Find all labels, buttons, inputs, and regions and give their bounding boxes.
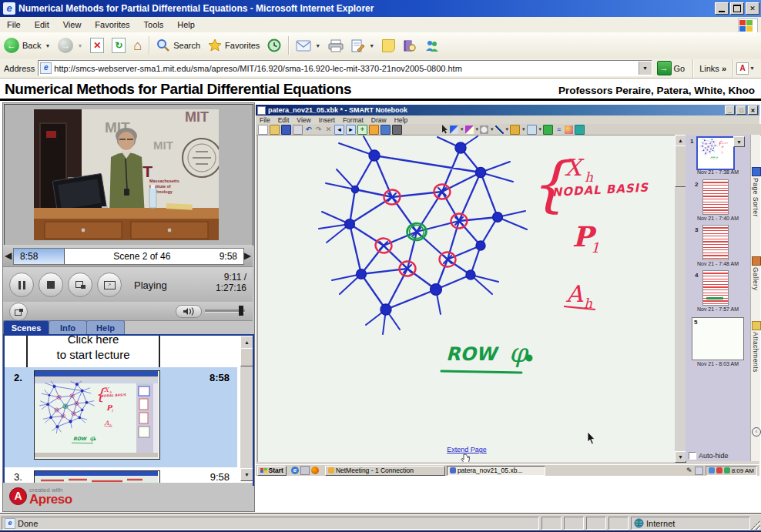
address-dropdown[interactable]: ▼ <box>639 62 652 75</box>
line-tool-icon[interactable] <box>495 125 504 134</box>
start-lecture-item[interactable]: Click here to start lecture <box>26 334 160 369</box>
menu-tools[interactable]: Tools <box>137 18 171 31</box>
video-frame[interactable]: MIT MIT MIT MIT Massachusetts Institute … <box>34 109 219 240</box>
research-button[interactable] <box>399 34 421 57</box>
nb-menu-file[interactable]: File <box>256 116 274 124</box>
tab-info[interactable]: Info <box>49 320 87 335</box>
eraser-tool-icon[interactable] <box>480 125 488 134</box>
resize-grip[interactable] <box>751 520 760 530</box>
favorites-button[interactable]: Favorites <box>204 34 263 57</box>
mute-button[interactable] <box>176 305 202 318</box>
notebook-maximize-button[interactable]: □ <box>736 105 746 115</box>
tray-msn-icon[interactable] <box>709 467 715 473</box>
auto-hide-checkbox[interactable] <box>689 452 696 460</box>
back-button[interactable]: ← Back▼ <box>0 34 54 57</box>
scene-list-scrollbar[interactable]: ▲ ▼ <box>240 336 253 481</box>
menu-help[interactable]: Help <box>170 18 202 31</box>
home-button[interactable]: ⌂ <box>129 34 146 57</box>
tab-attachments[interactable]: Attachments <box>752 332 759 373</box>
scene-scroll-thumb[interactable] <box>240 348 253 366</box>
properties-icon[interactable] <box>575 125 585 135</box>
nb-menu-help[interactable]: Help <box>391 116 411 124</box>
forward-button[interactable]: →▼ <box>54 34 86 57</box>
stop-button[interactable]: ✕ <box>86 34 108 57</box>
creative-pen-icon[interactable] <box>465 125 474 134</box>
slide-view-button[interactable]: ↗ <box>97 273 122 297</box>
task-smart-notebook[interactable]: patera_nov21_05.xb... <box>447 466 545 476</box>
capture-icon[interactable] <box>369 125 379 135</box>
previous-page-icon[interactable]: ◂ <box>334 125 344 135</box>
tray-volume-icon[interactable] <box>724 467 730 473</box>
quicklaunch-player-icon[interactable] <box>311 467 319 474</box>
notebook-close-button[interactable]: ✕ <box>748 105 758 115</box>
close-button[interactable]: ✕ <box>744 2 759 15</box>
tab-help[interactable]: Help <box>86 320 125 335</box>
scene-row-3[interactable]: 3. 9:58 <box>5 469 237 484</box>
extend-page-link[interactable]: Extend Page <box>447 446 487 453</box>
next-scene-button[interactable]: ▶ <box>244 250 251 261</box>
canvas-scroll-up[interactable]: ▲ <box>675 135 686 146</box>
previous-scene-button[interactable]: ◀ <box>5 250 12 261</box>
new-page-icon[interactable] <box>258 125 268 135</box>
scene-row-2[interactable]: 2. <box>5 367 237 467</box>
print-button[interactable] <box>324 34 347 57</box>
tab-scenes[interactable]: Scenes <box>3 320 49 335</box>
notebook-minimize-button[interactable]: _ <box>725 105 735 115</box>
next-page-icon[interactable]: ▸ <box>346 125 356 135</box>
auto-hide-control[interactable]: Auto-hide <box>689 452 729 460</box>
mail-button[interactable]: ▼ <box>292 34 324 57</box>
camera-icon[interactable] <box>392 125 402 135</box>
scene-scroll-up[interactable]: ▲ <box>240 336 253 349</box>
page1-thumbnail[interactable] <box>696 136 735 170</box>
nb-menu-edit[interactable]: Edit <box>274 116 293 124</box>
refresh-button[interactable]: ↻ <box>108 34 129 57</box>
menu-edit[interactable]: Edit <box>28 18 56 31</box>
open-icon[interactable] <box>270 125 280 135</box>
nb-menu-view[interactable]: View <box>293 116 314 124</box>
messenger-button[interactable] <box>421 34 444 57</box>
scene-scroll-down[interactable]: ▼ <box>240 468 253 481</box>
save-icon[interactable] <box>281 125 291 135</box>
quicklaunch-ie-icon[interactable]: e <box>291 467 299 474</box>
links-button[interactable]: Links » <box>696 64 729 73</box>
quicklaunch-desktop-icon[interactable] <box>300 466 310 475</box>
delete-icon[interactable]: ✕ <box>324 125 333 134</box>
tab-page-sorter[interactable]: Page Sorter <box>752 178 759 217</box>
order-icon[interactable]: ≡ <box>555 125 563 134</box>
canvas-scroll-down[interactable]: ▼ <box>675 451 686 463</box>
address-input[interactable]: e http://smcs-webserver-sma1.mit.edu/sma… <box>38 60 652 76</box>
tray-shield-icon[interactable] <box>716 467 722 473</box>
page4-thumbnail[interactable] <box>702 270 729 306</box>
minimize-button[interactable] <box>713 2 729 15</box>
page2-thumbnail[interactable] <box>702 179 729 215</box>
adobe-pdf-button[interactable]: A ▼ <box>736 62 761 75</box>
pen-tool-icon[interactable] <box>450 125 458 134</box>
stop-playback-button[interactable] <box>39 273 63 297</box>
start-button[interactable]: Start <box>257 466 287 476</box>
color-icon[interactable] <box>565 125 573 134</box>
menu-file[interactable]: File <box>0 18 28 31</box>
search-button[interactable]: Search <box>153 34 204 57</box>
select-tool-icon[interactable] <box>441 125 448 134</box>
go-button[interactable]: → Go <box>652 61 690 75</box>
maximize-button[interactable] <box>729 2 744 15</box>
notebook-canvas[interactable]: Extend Page <box>257 135 676 462</box>
tray-pen-icon[interactable]: ✎ <box>686 467 692 474</box>
shapes-tool-icon[interactable] <box>510 125 520 135</box>
show-screen-icon[interactable] <box>380 125 391 135</box>
canvas-scrollbar[interactable]: ▲ ▼ <box>675 135 686 461</box>
paste-icon[interactable] <box>293 125 303 135</box>
undo-icon[interactable]: ↶ <box>304 125 313 134</box>
discuss-button[interactable] <box>378 34 399 57</box>
redo-icon[interactable]: ↷ <box>314 125 323 134</box>
edit-button[interactable]: ▼ <box>347 34 378 57</box>
menu-favorites[interactable]: Favorites <box>88 18 136 31</box>
tab-gallery[interactable]: Gallery <box>752 267 759 290</box>
scene-progress-bar[interactable]: 8:58 Scene 2 of 46 9:58 <box>13 248 244 265</box>
text-tool-icon[interactable] <box>527 125 537 135</box>
pause-button[interactable] <box>9 273 34 297</box>
nb-menu-insert[interactable]: Insert <box>315 116 339 124</box>
menu-view[interactable]: View <box>56 18 89 31</box>
task-netmeeting[interactable]: NetMeeting - 1 Connection <box>325 466 445 476</box>
tray-display-icon[interactable] <box>695 467 703 475</box>
